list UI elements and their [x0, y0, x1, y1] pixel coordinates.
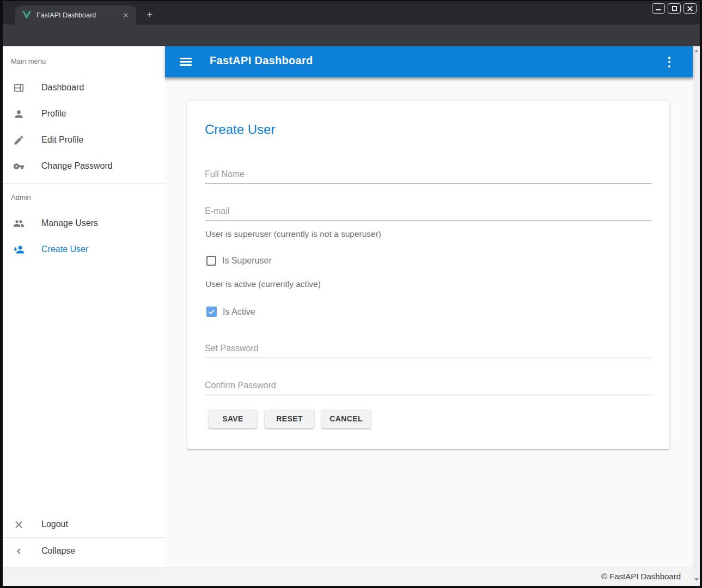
browser-toolbar: localhost/main/admin/users/create	[3, 24, 700, 46]
full-name-input[interactable]	[205, 162, 652, 184]
minimize-button[interactable]	[652, 3, 665, 14]
menu-hamburger-icon[interactable]	[180, 58, 192, 66]
superuser-checkbox-row: Is Superuser	[206, 256, 272, 266]
confirm-password-input[interactable]	[205, 373, 652, 395]
scrollbar-down-icon[interactable]	[694, 578, 699, 581]
save-button[interactable]: SAVE	[209, 409, 257, 428]
sidebar-item-logout[interactable]: Logout	[3, 511, 165, 537]
browser-window: FastAPI Dashboard localhost/main/admin/u…	[0, 0, 702, 588]
tab-strip: FastAPI Dashboard	[3, 1, 700, 24]
checkmark-icon	[207, 308, 216, 316]
scrollbar-up-icon[interactable]	[694, 50, 699, 52]
sidebar-item-label: Create User	[41, 244, 88, 254]
copyright-text: © FastAPI Dashboard	[601, 567, 681, 586]
sidebar-divider	[3, 183, 165, 184]
sidebar-item-dashboard[interactable]: Dashboard	[3, 75, 165, 101]
tab-title: FastAPI Dashboard	[36, 11, 121, 19]
cancel-button[interactable]: CANCEL	[321, 409, 371, 428]
person-icon	[13, 108, 25, 120]
close-icon	[13, 519, 25, 530]
create-user-card: Create User User is superuser (currently…	[187, 101, 669, 449]
sidebar-item-manage-users[interactable]: Manage Users	[3, 210, 165, 236]
reset-button[interactable]: RESET	[265, 409, 314, 428]
sidebar-item-edit-profile[interactable]: Edit Profile	[3, 127, 165, 153]
active-checkbox-label: Is Active	[223, 307, 255, 317]
pencil-icon	[13, 134, 25, 146]
chevron-left-icon	[13, 546, 25, 557]
people-icon	[13, 218, 25, 229]
form-title: Create User	[205, 122, 275, 137]
sidebar-item-label: Profile	[41, 109, 66, 119]
new-tab-button[interactable]	[143, 8, 156, 21]
superuser-note: User is superuser (currently is not a su…	[205, 229, 381, 239]
window-controls	[652, 3, 697, 14]
set-password-input[interactable]	[205, 336, 652, 358]
app-bar: FastAPI Dashboard	[165, 46, 693, 77]
active-note: User is active (currently active)	[205, 279, 321, 289]
sidebar-item-label: Logout	[41, 519, 68, 529]
active-checkbox[interactable]	[206, 307, 217, 317]
email-input[interactable]	[205, 199, 652, 221]
app-menu-icon[interactable]	[666, 57, 673, 68]
page-scrollbar[interactable]	[693, 46, 700, 586]
page-footer: © FastAPI Dashboard	[3, 567, 693, 586]
sidebar-item-collapse[interactable]: Collapse	[3, 538, 165, 564]
vue-favicon-icon	[22, 11, 31, 19]
maximize-button[interactable]	[668, 3, 681, 14]
sidebar: Main menu Dashboard Profile Edit Profile…	[3, 46, 165, 567]
active-checkbox-row: Is Active	[206, 307, 255, 317]
sidebar-item-profile[interactable]: Profile	[3, 101, 165, 127]
sidebar-item-create-user[interactable]: Create User	[3, 236, 165, 262]
browser-tab[interactable]: FastAPI Dashboard	[15, 5, 136, 24]
sidebar-item-label: Dashboard	[41, 83, 84, 93]
person-add-icon	[13, 244, 25, 255]
tab-close-icon[interactable]	[121, 10, 131, 20]
sidebar-item-label: Collapse	[41, 546, 75, 556]
sidebar-item-label: Edit Profile	[41, 135, 83, 145]
close-window-button[interactable]	[683, 3, 697, 14]
key-icon	[13, 161, 25, 172]
sidebar-caption-main: Main menu	[11, 57, 46, 65]
sidebar-item-label: Manage Users	[41, 218, 98, 228]
sidebar-caption-admin: Admin	[11, 193, 31, 201]
app-title: FastAPI Dashboard	[210, 54, 313, 67]
superuser-checkbox-label: Is Superuser	[222, 256, 272, 266]
sidebar-item-change-password[interactable]: Change Password	[3, 153, 165, 179]
dashboard-icon	[13, 82, 25, 94]
superuser-checkbox[interactable]	[206, 256, 216, 266]
appbar-shadow	[165, 77, 693, 81]
sidebar-item-label: Change Password	[41, 161, 113, 171]
